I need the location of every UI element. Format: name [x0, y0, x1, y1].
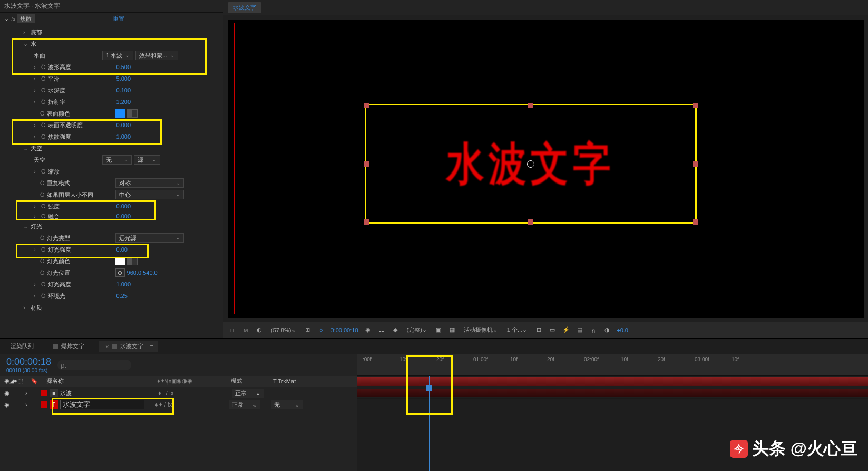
handle-s[interactable]: [528, 219, 533, 225]
wave-height-value[interactable]: 0.500: [116, 64, 131, 70]
layer-name-input[interactable]: [60, 400, 144, 409]
crosshair-icon[interactable]: ⊕: [115, 268, 125, 277]
tab-water[interactable]: ×水波文字≡: [99, 341, 158, 352]
prop-light-color[interactable]: Ö 灯光颜色: [0, 255, 223, 267]
stopwatch-icon[interactable]: Ö: [40, 110, 45, 117]
stopwatch-icon[interactable]: Ö: [40, 270, 45, 276]
eye-icon[interactable]: ◉: [4, 401, 9, 408]
stopwatch-icon[interactable]: Ö: [41, 133, 46, 140]
layer-name[interactable]: 水波: [60, 389, 158, 397]
eyedropper-icon[interactable]: [127, 257, 138, 265]
sky-dropdown[interactable]: 无⌄: [102, 155, 132, 165]
stopwatch-icon[interactable]: Ö: [40, 191, 45, 198]
pixel-aspect-icon[interactable]: ▭: [548, 326, 557, 334]
tab-explode[interactable]: 爆炸文字: [48, 341, 89, 352]
preview-tab[interactable]: 水波文字: [228, 2, 261, 13]
prop-ambient[interactable]: › Ö 环境光 0.25: [0, 290, 223, 302]
prop-depth[interactable]: › Ö 水深度 0.100: [0, 84, 223, 96]
light-type-dropdown[interactable]: 远光源⌄: [115, 233, 184, 243]
mask-icon[interactable]: ◐: [255, 326, 264, 334]
handle-sw[interactable]: [364, 219, 369, 225]
crop-icon[interactable]: ◊: [317, 326, 326, 334]
prop-repeat-mode[interactable]: Ö 重复模式 对称⌄: [0, 177, 223, 189]
show-snapshot-icon[interactable]: ⚏: [377, 326, 386, 334]
stopwatch-icon[interactable]: Ö: [41, 99, 46, 105]
col-trkmat[interactable]: T TrkMat: [273, 378, 296, 385]
prop-scale[interactable]: › Ö 缩放: [0, 166, 223, 177]
layer-bar[interactable]: [357, 389, 868, 397]
preview-canvas[interactable]: 水波文字: [228, 20, 864, 318]
prop-refraction[interactable]: › Ö 折射率 1.200: [0, 96, 223, 108]
sky-mode-dropdown[interactable]: 源⌄: [134, 155, 160, 165]
handle-n[interactable]: [528, 103, 533, 108]
current-timecode[interactable]: 0:00:00:18: [6, 357, 51, 368]
camera-dropdown[interactable]: 活动摄像机 ⌄: [462, 325, 500, 334]
prop-material[interactable]: › 材质: [0, 302, 223, 313]
stopwatch-icon[interactable]: Ö: [40, 180, 45, 186]
stopwatch-icon[interactable]: Ö: [41, 203, 46, 209]
mode-dropdown[interactable]: 正常⌄: [229, 400, 260, 409]
color-swatch[interactable]: [115, 257, 125, 265]
layer-color-label[interactable]: [41, 401, 47, 408]
prop-bottom[interactable]: › 底部: [0, 26, 223, 38]
av-column-icons[interactable]: ◉◢●⬚: [4, 378, 31, 385]
text-layer-bounds[interactable]: 水波文字: [365, 104, 697, 224]
prop-if-diff[interactable]: Ö 如果图层大小不同 中心⌄: [0, 189, 223, 200]
repeat-mode-dropdown[interactable]: 对称⌄: [115, 178, 184, 188]
stopwatch-icon[interactable]: Ö: [41, 246, 46, 253]
switches-column[interactable]: ♦✦⧹fx▣◉◑◉: [157, 378, 231, 385]
prop-light-position[interactable]: Ö 灯光位置 ⊕ 960.0,540.0: [0, 267, 223, 278]
grid-icon[interactable]: ⊡: [534, 326, 543, 334]
prop-caustic-strength[interactable]: › Ö 焦散强度 1.000: [0, 131, 223, 142]
prop-light-height[interactable]: › Ö 灯光高度 1.000: [0, 278, 223, 290]
reset-link[interactable]: 重置: [113, 15, 124, 23]
effect-row[interactable]: ⌄ fx 焦散 重置: [0, 13, 223, 25]
prop-wave-height[interactable]: › Ö 波形高度 0.500: [0, 61, 223, 73]
stopwatch-icon[interactable]: Ö: [41, 75, 46, 82]
handle-e[interactable]: [693, 161, 698, 167]
snapshot-icon[interactable]: ◉: [364, 326, 372, 334]
handle-ne[interactable]: [693, 103, 698, 108]
layer-bar[interactable]: [357, 377, 868, 386]
handle-w[interactable]: [364, 161, 369, 167]
prop-sky-group[interactable]: ⌄ 天空: [0, 142, 223, 154]
preview-timecode[interactable]: 0:00:00:18: [331, 327, 358, 333]
fast-preview-icon[interactable]: ⚡: [562, 326, 570, 334]
monitor-icon[interactable]: ⎚: [241, 326, 250, 334]
flowchart-icon[interactable]: ⎌: [589, 326, 598, 334]
prop-light-intensity[interactable]: › Ö 灯光强度 0.00: [0, 244, 223, 255]
stopwatch-icon[interactable]: Ö: [41, 87, 46, 93]
stopwatch-icon[interactable]: Ö: [41, 293, 46, 299]
prop-surface-opacity[interactable]: › Ö 表面不透明度 0.000: [0, 119, 223, 131]
mag-icon[interactable]: □: [228, 326, 236, 334]
tab-render-queue[interactable]: 渲染队列: [6, 341, 38, 352]
exposure-reset-icon[interactable]: ◑: [603, 326, 611, 334]
views-dropdown[interactable]: 1 个... ⌄: [505, 325, 529, 334]
prop-surface-color[interactable]: Ö 表面颜色: [0, 108, 223, 119]
if-diff-dropdown[interactable]: 中心⌄: [115, 190, 184, 199]
layer-color-label[interactable]: [41, 390, 47, 396]
layer-row[interactable]: ◉ › T ♦✦ / fx 正常⌄ 无⌄: [0, 399, 357, 410]
timeline-icon[interactable]: ▤: [576, 326, 584, 334]
stopwatch-icon[interactable]: Ö: [41, 213, 46, 219]
effect-name[interactable]: 焦散: [17, 14, 35, 23]
roi-icon[interactable]: ▣: [434, 326, 443, 334]
surface-dropdown[interactable]: 1.水波⌄: [102, 51, 133, 60]
prop-light-group[interactable]: ⌄ 灯光: [0, 220, 223, 232]
stopwatch-icon[interactable]: Ö: [41, 122, 46, 128]
prop-blend[interactable]: › Ö 融合 0.000: [0, 212, 223, 220]
channel-icon[interactable]: ◆: [391, 326, 399, 334]
prop-light-type[interactable]: Ö 灯光类型 远光源⌄: [0, 232, 223, 244]
exposure-value[interactable]: +0.0: [617, 327, 628, 333]
prop-sky[interactable]: 天空 无⌄ 源⌄: [0, 154, 223, 166]
trkmat-dropdown[interactable]: 无⌄: [271, 400, 303, 409]
transparency-icon[interactable]: ▦: [448, 326, 456, 334]
zoom-dropdown[interactable]: (57.8%) ⌄: [269, 326, 298, 334]
col-mode[interactable]: 模式: [231, 377, 273, 385]
col-source[interactable]: 源名称: [46, 377, 157, 385]
quality-dropdown[interactable]: (完整) ⌄: [405, 325, 429, 334]
prop-sky-intensity[interactable]: › Ö 强度 0.000: [0, 200, 223, 212]
prop-smooth[interactable]: › Ö 平滑 5.000: [0, 73, 223, 84]
stopwatch-icon[interactable]: Ö: [41, 64, 46, 70]
stopwatch-icon[interactable]: Ö: [40, 258, 45, 264]
